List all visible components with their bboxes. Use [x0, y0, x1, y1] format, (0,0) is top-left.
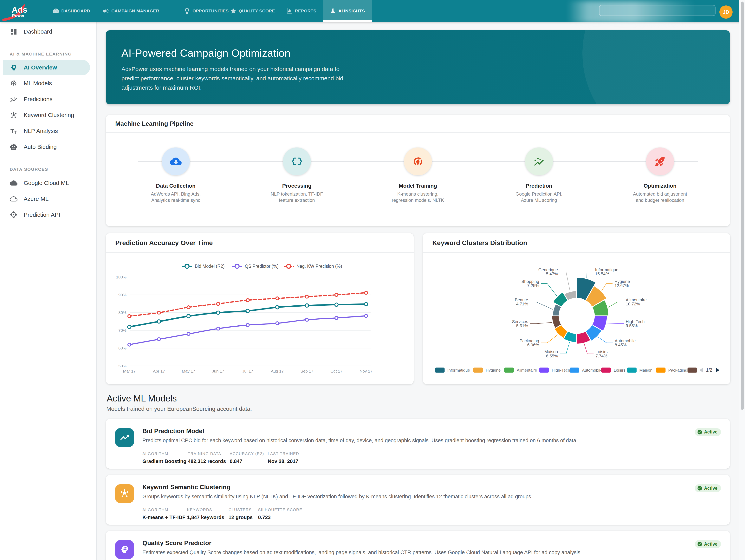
- svg-text:7.74%: 7.74%: [595, 353, 607, 359]
- svg-text:Jun 17: Jun 17: [212, 369, 224, 373]
- svg-text:Jul 17: Jul 17: [242, 369, 253, 373]
- svg-text:Sep 17: Sep 17: [300, 369, 314, 373]
- svg-text:Packaging: Packaging: [668, 368, 687, 372]
- svg-text:Automobile: Automobile: [582, 368, 603, 372]
- svg-text:Loisirs: Loisirs: [614, 368, 625, 372]
- svg-text:6.55%: 6.55%: [546, 353, 558, 359]
- svg-text:8.45%: 8.45%: [615, 342, 626, 347]
- svg-text:Aug 17: Aug 17: [271, 369, 284, 373]
- svg-text:4.71%: 4.71%: [516, 302, 528, 306]
- svg-text:50%: 50%: [118, 364, 127, 368]
- svg-text:Neg. KW Precision (%): Neg. KW Precision (%): [296, 264, 342, 269]
- svg-text:High-Tech: High-Tech: [552, 368, 570, 372]
- svg-text:Oct 17: Oct 17: [330, 369, 343, 373]
- svg-text:100%: 100%: [116, 275, 127, 279]
- svg-text:Bid Model (R2): Bid Model (R2): [195, 264, 224, 269]
- svg-text:80%: 80%: [118, 310, 127, 315]
- svg-text:12.67%: 12.67%: [614, 283, 628, 288]
- svg-text:Maison: Maison: [639, 368, 652, 372]
- svg-text:1/2: 1/2: [706, 368, 712, 373]
- svg-text:Apr 17: Apr 17: [153, 369, 165, 373]
- svg-text:10.72%: 10.72%: [626, 302, 640, 306]
- svg-text:Hygiene: Hygiene: [486, 368, 501, 372]
- svg-text:Mar 17: Mar 17: [123, 369, 136, 373]
- svg-text:70%: 70%: [118, 328, 127, 333]
- svg-text:6.06%: 6.06%: [527, 342, 539, 347]
- svg-text:15.54%: 15.54%: [595, 272, 609, 276]
- svg-text:5.47%: 5.47%: [546, 272, 558, 276]
- svg-text:Alimentaire: Alimentaire: [517, 368, 537, 372]
- svg-text:90%: 90%: [118, 292, 127, 297]
- svg-text:9.53%: 9.53%: [626, 323, 638, 328]
- svg-text:7.25%: 7.25%: [527, 283, 539, 288]
- svg-text:Nov 17: Nov 17: [360, 369, 373, 373]
- svg-text:Informatique: Informatique: [447, 368, 470, 372]
- svg-text:May 17: May 17: [182, 369, 195, 373]
- svg-text:5.31%: 5.31%: [516, 323, 528, 328]
- svg-text:60%: 60%: [118, 346, 127, 350]
- svg-text:QS Predictor (%): QS Predictor (%): [245, 264, 279, 269]
